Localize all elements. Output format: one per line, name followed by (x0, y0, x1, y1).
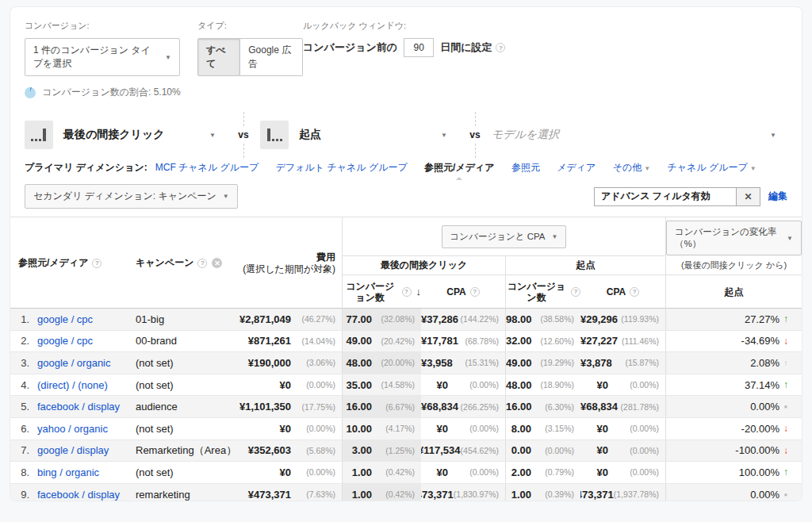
trend-arrow-icon: ↑ (779, 359, 792, 367)
model3-selector[interactable]: モデルを選択 ▼ (492, 128, 787, 142)
cost-cell: ¥473,371(7.63%) (239, 484, 342, 501)
help-icon[interactable]: ? (630, 287, 639, 297)
chevron-down-icon: ▼ (644, 165, 650, 172)
table-row: 1.google / cpc 01-big ¥2,871,049(46.27%)… (10, 309, 802, 331)
change-column-header: 起点 (665, 274, 802, 309)
primary-dimension-tab[interactable]: 参照元/メディア▼ (424, 162, 494, 173)
chevron-down-icon: ▼ (223, 193, 229, 200)
source-medium-link[interactable]: google / cpc (37, 335, 93, 347)
source-medium-link[interactable]: facebook / display (37, 401, 120, 413)
table-header: 参照元/メディア? キャンペーン? ✕ 費用(選択した期間が対象) コンバージョ… (10, 217, 802, 309)
metric-selector-dropdown[interactable]: コンバージョンと CPA▼ (442, 225, 567, 248)
primary-dimension-tab[interactable]: MCF チャネル グループ▼ (155, 162, 259, 173)
cost-cell: ¥0(0.00%) (239, 462, 342, 483)
campaign-cell: 01-big (136, 309, 239, 330)
model-selectors: 最後の間接クリック ▼ vs 起点 ▼ vs モデルを選択 ▼ (25, 117, 787, 153)
table-row: 9.facebook / display remarketing ¥473,37… (10, 484, 802, 501)
change-cell: -34.69%↓ (665, 331, 802, 352)
filter-edit-link[interactable]: 編集 (768, 190, 787, 203)
help-icon[interactable]: ? (402, 287, 412, 297)
conversions-cell-model2: 8.00(3.15%) (505, 418, 580, 439)
cpa-column-header-model2[interactable]: CPA? (580, 274, 665, 309)
model-comparison-panel: コンバージョン: 1 件のコンバージョン タイプを選択 ▼ コンバージョン数の割… (10, 6, 802, 501)
model3-placeholder: モデルを選択 (492, 128, 559, 142)
campaign-column-header: キャンペーン? ✕ (136, 217, 239, 309)
help-icon[interactable]: ? (92, 259, 102, 268)
trend-arrow-icon: ↓ (779, 336, 792, 347)
conversions-cell-model1: 10.00(4.17%) (342, 418, 421, 439)
model1-selector[interactable]: 最後の間接クリック ▼ (25, 121, 227, 149)
cpa-cell-model1: ¥3,958(15.31%) (421, 352, 505, 374)
conversion-type-dropdown[interactable]: 1 件のコンバージョン タイプを選択 ▼ (25, 38, 180, 76)
cost-cell: ¥2,871,049(46.27%) (239, 309, 342, 330)
trend-arrow-icon: ● (779, 491, 792, 498)
conversions-cell-model2: 98.00(38.58%) (505, 309, 580, 330)
primary-dimension-tabs: MCF チャネル グループ▼ デフォルト チャネル グループ▼ 参照元/メディア… (155, 161, 771, 175)
metric-selector-cell: コンバージョンと CPA▼ (342, 217, 665, 255)
row-number: 7. (13, 444, 37, 456)
conversions-cell-model2: 49.00(19.29%) (505, 352, 580, 374)
conversions-cell-model2: 2.00(0.79%) (505, 462, 580, 483)
conversions-column-header-model1[interactable]: コンバージョン数? ↓ (342, 274, 421, 309)
trend-arrow-icon: ↑ (779, 379, 792, 390)
primary-dimension-tab[interactable]: その他▼ (613, 162, 650, 173)
source-medium-link[interactable]: google / cpc (37, 313, 93, 325)
table-row: 5.facebook / display audience ¥1,101,350… (10, 396, 802, 418)
source-medium-link[interactable]: google / display (37, 444, 109, 456)
primary-dimension-tab[interactable]: メディア▼ (557, 162, 596, 173)
campaign-cell: Remarketing（Area） (136, 440, 239, 462)
cost-cell: ¥1,101,350(17.75%) (239, 396, 342, 417)
type-google-ads-button[interactable]: Google 広告 (240, 38, 303, 76)
remove-secondary-dimension-icon[interactable]: ✕ (212, 258, 222, 268)
table-row: 6.yahoo / organic (not set) ¥0(0.00%) 10… (10, 418, 802, 440)
trend-arrow-icon: ● (779, 403, 792, 410)
cost-cell: ¥190,000(3.06%) (239, 352, 342, 374)
help-icon[interactable]: ? (496, 43, 505, 52)
chevron-down-icon: ▼ (209, 132, 216, 139)
cpa-cell-model2: ¥68,834(281.78%) (580, 396, 665, 417)
cpa-column-header-model1[interactable]: CPA? (421, 274, 505, 309)
trend-arrow-icon: ↓ (779, 445, 792, 456)
conversions-cell-model1: 49.00(20.42%) (342, 331, 421, 352)
secondary-dimension-dropdown[interactable]: セカンダリ ディメンション: キャンペーン ▼ (25, 184, 238, 209)
help-icon[interactable]: ? (470, 287, 480, 297)
conversions-column-header-model2[interactable]: コンバージョン数? (505, 274, 580, 309)
campaign-cell: (not set) (136, 462, 239, 483)
source-medium-link[interactable]: yahoo / organic (37, 423, 108, 435)
source-medium-link[interactable]: (direct) / (none) (37, 379, 108, 391)
help-icon[interactable]: ? (197, 259, 207, 268)
primary-dimension-tab[interactable]: 参照元▼ (511, 162, 540, 173)
first-interaction-model-icon (260, 121, 289, 149)
source-medium-link[interactable]: google / organic (37, 357, 111, 369)
primary-dimension-tab[interactable]: チャネル グループ▼ (668, 162, 756, 173)
change-metric-dropdown[interactable]: コンバージョンの変化率（%）▼ (666, 221, 802, 255)
conversion-share-pie-icon (25, 87, 36, 98)
cpa-cell-model1: ¥117,534(454.62%) (421, 440, 505, 462)
vs-separator: vs (458, 117, 492, 153)
filter-close-icon[interactable]: ✕ (736, 188, 760, 205)
conversions-cell-model2: 0.00(0.00%) (505, 440, 580, 462)
type-all-button[interactable]: すべて (197, 38, 240, 76)
row-number: 4. (13, 379, 37, 391)
campaign-cell: audience (136, 396, 239, 417)
primary-dimension-tab[interactable]: デフォルト チャネル グループ▼ (276, 162, 408, 173)
table-row: 4.(direct) / (none) (not set) ¥0(0.00%) … (10, 374, 802, 397)
lookback-days-input[interactable] (404, 38, 434, 57)
row-number: 6. (13, 423, 37, 435)
campaign-cell: (not set) (136, 418, 239, 439)
source-medium-link[interactable]: bing / organic (37, 466, 99, 478)
advanced-filter-label: アドバンス フィルタ有効 (595, 188, 736, 205)
cpa-cell-model2: ¥0(0.00%) (580, 418, 665, 439)
last-nondirect-click-model-icon (25, 121, 53, 149)
source-medium-link[interactable]: facebook / display (37, 489, 120, 501)
cost-column-header: 費用(選択した期間が対象) (239, 217, 342, 309)
table-row: 2.google / cpc 00-brand ¥871,261(14.04%)… (10, 331, 802, 353)
row-number: 3. (13, 357, 37, 369)
conversion-share-text: コンバージョン数の割合: 5.10% (42, 86, 181, 99)
cpa-cell-model1: ¥473,371(1,830.97%) (421, 484, 505, 501)
model2-selector[interactable]: 起点 ▼ (260, 121, 458, 149)
conversions-cell-model2: 16.00(6.30%) (505, 396, 580, 417)
table-row: 3.google / organic (not set) ¥190,000(3.… (10, 352, 802, 374)
help-icon[interactable]: ? (571, 287, 580, 297)
lookback-label: ルックバック ウィンドウ: (303, 20, 787, 32)
